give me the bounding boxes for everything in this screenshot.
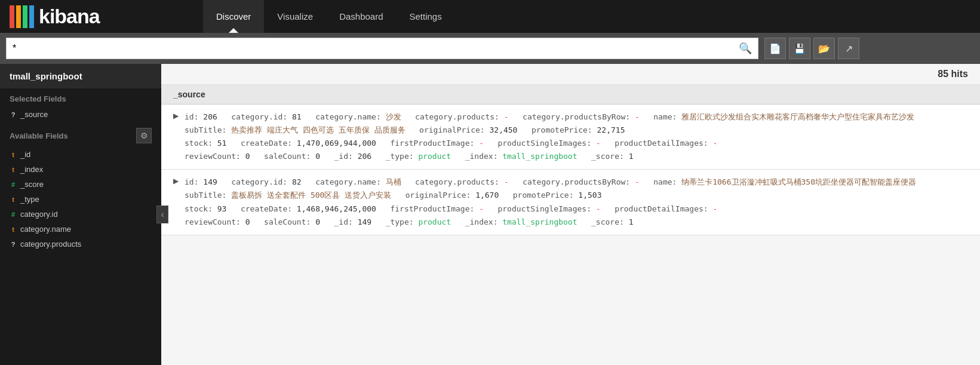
field-value: - — [504, 177, 509, 186]
field-key: category.products: — [415, 177, 499, 186]
field-value: 149 — [358, 217, 371, 226]
field-value: 沙发 — [386, 112, 401, 121]
nav-item-visualize[interactable]: Visualize — [264, 0, 326, 33]
field-value: product — [418, 217, 451, 226]
field-value: 1 — [629, 217, 634, 226]
field-key: firstProductImage: — [390, 139, 474, 148]
nav-item-discover[interactable]: Discover — [203, 0, 264, 33]
search-input[interactable] — [13, 43, 739, 54]
field-value: 22,715 — [597, 125, 625, 134]
save-button[interactable]: 💾 — [789, 38, 810, 59]
sidebar-field-type[interactable]: t _type — [0, 192, 161, 207]
field-value: - — [504, 112, 509, 121]
available-fields-gear-button[interactable]: ⚙ — [136, 128, 152, 143]
search-button[interactable]: 🔍 — [739, 42, 752, 55]
field-value: 1,470,069,944,000 — [297, 139, 376, 148]
field-key: _type: — [386, 152, 414, 161]
load-button[interactable]: 📂 — [813, 38, 835, 59]
field-type-badge-category-id: # — [10, 211, 17, 218]
field-key: subTitle: — [185, 125, 226, 134]
field-value: 热卖推荐 端庄大气 四色可选 五年质保 品质服务 — [231, 125, 405, 134]
field-key: category.productsByRow: — [523, 112, 630, 121]
sidebar-field-source[interactable]: ? _source — [0, 107, 161, 122]
field-name-category-products: category.products — [20, 240, 81, 249]
field-value: 1 — [629, 152, 634, 161]
field-value: 0 — [245, 217, 250, 226]
field-type-badge-score: # — [10, 181, 17, 188]
results-header: 85 hits — [161, 64, 980, 85]
sidebar-field-category-name[interactable]: t category.name — [0, 222, 161, 237]
field-key: productDetailImages: — [615, 204, 708, 213]
logo-bar-orange — [16, 5, 21, 28]
field-value: 纳蒂兰卡1066卫浴漩冲虹吸式马桶350坑距坐便器可配智能盖座便器 — [681, 177, 916, 186]
field-key: stock: — [185, 139, 213, 148]
field-type-badge-id: t — [10, 151, 17, 158]
field-value: 32,450 — [489, 125, 517, 134]
field-value: 149 — [203, 177, 217, 186]
field-key: _id: — [334, 217, 352, 226]
field-key: createDate: — [241, 204, 292, 213]
search-row: 🔍 📄 💾 📂 ↗ — [0, 33, 980, 64]
field-key: id: — [185, 112, 198, 121]
field-type-badge-category-products: ? — [10, 241, 17, 248]
nav-item-settings[interactable]: Settings — [397, 0, 455, 33]
field-value: - — [713, 139, 718, 148]
field-value: 1,503 — [578, 191, 601, 200]
field-type-badge-index: t — [10, 166, 17, 173]
field-value: 马桶 — [386, 177, 401, 186]
field-value: - — [596, 204, 601, 213]
field-key: id: — [185, 177, 198, 186]
field-type-badge-category-name: t — [10, 226, 17, 233]
logo-bar-green — [23, 5, 27, 28]
field-key: promotePrice: — [513, 191, 574, 200]
sidebar-field-id[interactable]: t _id — [0, 147, 161, 162]
nav-item-dashboard[interactable]: Dashboard — [326, 0, 396, 33]
field-key: stock: — [185, 204, 213, 213]
field-key: originalPrice: — [419, 125, 485, 134]
field-key: createDate: — [241, 139, 292, 148]
logo-area: kibana — [0, 5, 203, 28]
results-area: 85 hits _source ▶ id: 206 category.id: 8… — [161, 64, 980, 365]
result-content-1: id: 206 category.id: 81 category.name: 沙… — [185, 111, 968, 163]
sidebar-field-category-products[interactable]: ? category.products — [0, 237, 161, 251]
field-key: firstProductImage: — [390, 204, 474, 213]
main-area: tmall_springboot Selected Fields ? _sour… — [0, 64, 980, 365]
row-expand-button-2[interactable]: ▶ — [173, 177, 179, 185]
kibana-logo: kibana — [39, 5, 100, 28]
field-name-id: _id — [20, 150, 30, 159]
table-row: ▶ id: 206 category.id: 81 category.name:… — [161, 105, 980, 170]
sidebar-field-category-id[interactable]: # category.id — [0, 207, 161, 222]
new-document-button[interactable]: 📄 — [764, 38, 786, 59]
field-value: - — [479, 139, 484, 148]
field-key: _type: — [386, 217, 414, 226]
top-nav: kibana Discover Visualize Dashboard Sett… — [0, 0, 980, 33]
field-name-source: _source — [20, 110, 48, 119]
field-value: 雅居汇欧式沙发组合实木雕花客厅高档奢华大户型住宅家具布艺沙发 — [681, 112, 914, 121]
field-key: category.products: — [415, 112, 499, 121]
field-type-badge-type: t — [10, 196, 17, 203]
logo-bar-blue — [29, 5, 34, 28]
field-key: saleCount: — [264, 217, 311, 226]
logo-bar-red — [10, 5, 14, 28]
search-input-wrap: 🔍 — [6, 38, 758, 59]
field-key: productSingleImages: — [497, 204, 591, 213]
field-name-type: _type — [20, 195, 39, 204]
field-value: 0 — [315, 217, 320, 226]
field-key: _score: — [591, 152, 624, 161]
sidebar-collapse-button[interactable]: ‹ — [156, 205, 168, 223]
field-value: 51 — [217, 139, 227, 148]
field-key: subTitle: — [185, 191, 226, 200]
field-value: - — [635, 177, 640, 186]
field-key: _index: — [465, 152, 498, 161]
sidebar-field-index[interactable]: t _index — [0, 162, 161, 177]
sidebar: tmall_springboot Selected Fields ? _sour… — [0, 64, 161, 365]
field-value: - — [596, 139, 601, 148]
field-value: product — [418, 152, 451, 161]
sidebar-field-score[interactable]: # _score — [0, 177, 161, 192]
share-button[interactable]: ↗ — [838, 38, 859, 59]
row-expand-button-1[interactable]: ▶ — [173, 112, 179, 120]
field-value: 0 — [245, 152, 250, 161]
table-row: ▶ id: 149 category.id: 82 category.name:… — [161, 170, 980, 235]
logo-bars — [10, 5, 34, 28]
field-key: _id: — [334, 152, 352, 161]
